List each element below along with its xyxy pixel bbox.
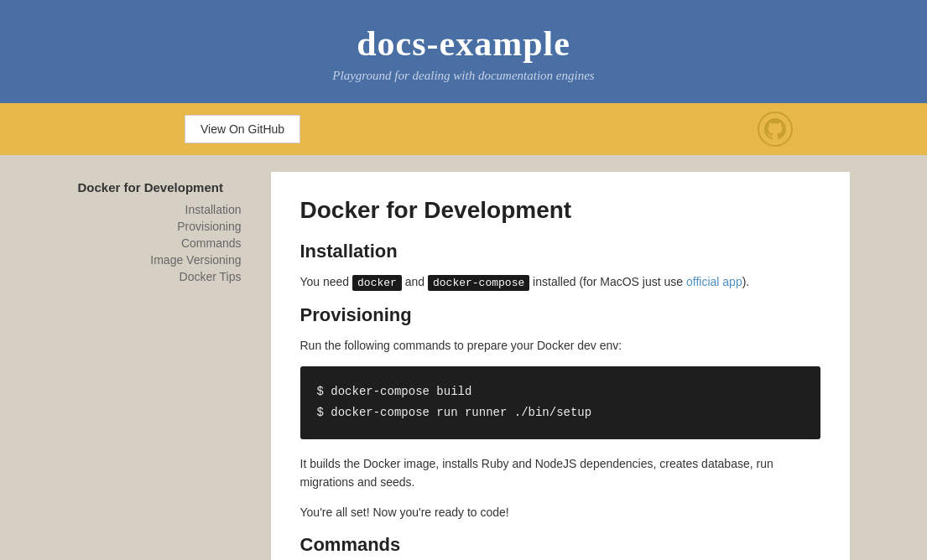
sidebar-item-provisioning[interactable]: Provisioning bbox=[78, 220, 258, 233]
sidebar-link-docker-tips[interactable]: Docker Tips bbox=[78, 270, 258, 283]
provisioning-heading: Provisioning bbox=[300, 304, 820, 326]
site-header: docs-example Playground for dealing with… bbox=[0, 0, 927, 103]
view-on-github-button[interactable]: View On GitHub bbox=[185, 115, 300, 143]
installation-prose: You need docker and docker-compose insta… bbox=[300, 272, 820, 293]
site-subtitle: Playground for dealing with documentatio… bbox=[0, 69, 927, 83]
code-block: docker-compose build docker-compose run … bbox=[300, 366, 820, 438]
docker-inline-code: docker bbox=[352, 275, 402, 291]
github-bar: View On GitHub bbox=[0, 103, 927, 155]
provisioning-intro: Run the following commands to prepare yo… bbox=[300, 336, 820, 355]
installation-section: Installation You need docker and docker-… bbox=[300, 241, 820, 293]
commands-section: Commands Running the app: bbox=[300, 534, 820, 560]
code-line-1: docker-compose build bbox=[317, 381, 804, 402]
code-line-2: docker-compose run runner ./bin/setup bbox=[317, 402, 804, 423]
main-content: Docker for Development Installation You … bbox=[271, 172, 850, 560]
installation-heading: Installation bbox=[300, 241, 820, 262]
sidebar-item-commands[interactable]: Commands bbox=[78, 236, 258, 250]
sidebar-item-image-versioning[interactable]: Image Versioning bbox=[78, 253, 258, 267]
sidebar: Docker for Development Installation Prov… bbox=[78, 172, 258, 560]
github-icon bbox=[758, 111, 793, 147]
sidebar-link-provisioning[interactable]: Provisioning bbox=[78, 220, 258, 233]
github-svg bbox=[764, 118, 786, 140]
site-title: docs-example bbox=[0, 23, 927, 64]
sidebar-item-docker-tips[interactable]: Docker Tips bbox=[78, 270, 258, 283]
docker-compose-inline-code: docker-compose bbox=[428, 275, 529, 291]
provisioning-complete: You're all set! Now you're ready to code… bbox=[300, 503, 820, 521]
official-app-link[interactable]: official app bbox=[686, 275, 742, 288]
page-title: Docker for Development bbox=[300, 197, 820, 224]
sidebar-nav: Installation Provisioning Commands Image… bbox=[78, 203, 258, 283]
commands-heading: Commands bbox=[300, 534, 820, 556]
sidebar-section-title: Docker for Development bbox=[78, 180, 258, 194]
sidebar-link-installation[interactable]: Installation bbox=[78, 203, 258, 216]
sidebar-link-image-versioning[interactable]: Image Versioning bbox=[78, 253, 258, 267]
provisioning-section: Provisioning Run the following commands … bbox=[300, 304, 820, 522]
main-layout: Docker for Development Installation Prov… bbox=[61, 172, 867, 560]
sidebar-link-commands[interactable]: Commands bbox=[78, 236, 258, 250]
provisioning-description: It builds the Docker image, installs Rub… bbox=[300, 454, 820, 492]
sidebar-item-installation[interactable]: Installation bbox=[78, 203, 258, 216]
